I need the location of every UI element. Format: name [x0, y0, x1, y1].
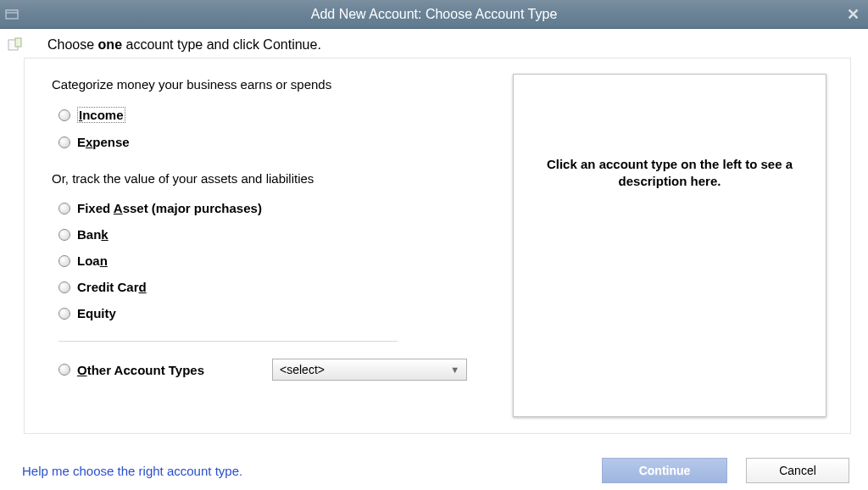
radio-label: Income	[77, 107, 125, 123]
close-icon[interactable]: ✕	[847, 5, 860, 24]
section-track-label: Or, track the value of your assets and l…	[52, 171, 514, 186]
help-link[interactable]: Help me choose the right account type.	[22, 464, 242, 478]
radio-label: Expense	[77, 135, 130, 149]
select-value: <select>	[280, 363, 325, 376]
radio-label: Equity	[77, 306, 116, 320]
footer-buttons: Continue Cancel	[602, 458, 849, 483]
divider	[58, 341, 398, 342]
radio-expense[interactable]: Expense	[58, 135, 514, 149]
description-panel: Click an account type on the left to see…	[513, 74, 826, 417]
radio-button-icon[interactable]	[58, 203, 70, 214]
continue-button[interactable]: Continue	[602, 458, 727, 483]
radio-income[interactable]: Income	[58, 107, 514, 123]
radio-label: Other Account Types	[77, 363, 204, 377]
radio-equity[interactable]: Equity	[58, 306, 514, 320]
radio-label: Credit Card	[77, 280, 147, 294]
section-categorize-label: Categorize money your business earns or …	[52, 77, 514, 92]
radio-bank[interactable]: Bank	[58, 227, 514, 242]
prompt-bold: one	[98, 37, 122, 52]
svg-rect-0	[6, 10, 18, 19]
radio-label: Bank	[77, 227, 108, 242]
content-panel: Categorize money your business earns or …	[24, 58, 851, 434]
radio-button-icon[interactable]	[58, 281, 70, 293]
radio-button-icon[interactable]	[58, 364, 70, 376]
window-icon	[5, 8, 19, 21]
radio-button-icon[interactable]	[58, 136, 70, 148]
radio-label: Fixed Asset (major purchases)	[77, 201, 262, 215]
svg-rect-3	[15, 38, 21, 47]
radio-loan[interactable]: Loan	[58, 253, 514, 268]
options-column: Categorize money your business earns or …	[52, 77, 514, 418]
description-box: Click an account type on the left to see…	[513, 74, 826, 417]
footer: Help me choose the right account type. C…	[0, 451, 868, 490]
window-title: Add New Account: Choose Account Type	[311, 7, 558, 22]
radio-button-icon[interactable]	[58, 308, 70, 320]
description-placeholder-text: Click an account type on the left to see…	[538, 156, 801, 191]
other-type-select[interactable]: <select> ▼	[272, 359, 467, 381]
prompt-text: Choose one account type and click Contin…	[47, 37, 321, 53]
radio-other[interactable]: Other Account Types <select> ▼	[58, 359, 514, 381]
radio-credit-card[interactable]: Credit Card	[58, 280, 514, 294]
prompt-post: account type and click Continue.	[122, 37, 321, 52]
header-row: Choose one account type and click Contin…	[0, 29, 868, 58]
chevron-down-icon: ▼	[450, 365, 459, 375]
radio-fixed-asset[interactable]: Fixed Asset (major purchases)	[58, 201, 514, 215]
prompt-pre: Choose	[47, 37, 98, 52]
radio-button-icon[interactable]	[58, 109, 70, 121]
titlebar: Add New Account: Choose Account Type ✕	[0, 0, 868, 29]
account-icon	[7, 37, 22, 53]
radio-button-icon[interactable]	[58, 255, 70, 267]
cancel-button[interactable]: Cancel	[746, 458, 849, 483]
radio-label: Loan	[77, 253, 108, 268]
radio-button-icon[interactable]	[58, 229, 70, 241]
